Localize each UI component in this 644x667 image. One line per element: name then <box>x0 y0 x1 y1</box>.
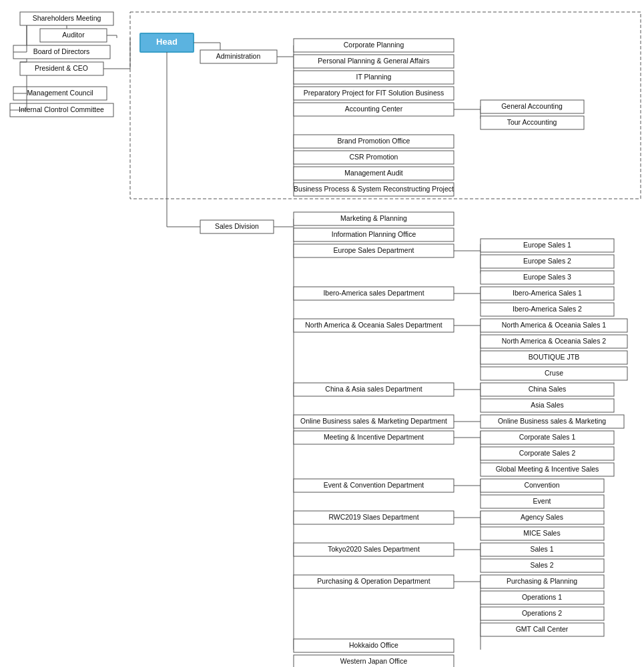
hokkaido-label: Hokkaido Office <box>349 641 398 649</box>
sales1-label: Sales 1 <box>530 545 553 553</box>
accounting-center-label: Accounting Center <box>345 105 403 113</box>
org-chart: .svg-box { fill: white; stroke: #555; st… <box>0 0 644 667</box>
online-sales-label: Online Business sales & Marketing <box>498 417 606 425</box>
internal-control-label: Internal Clontrol Committee <box>19 105 104 113</box>
agency-sales-label: Agency Sales <box>521 513 563 521</box>
event-convention-dept-label: Event & Convention Department <box>324 481 424 489</box>
china-sales-label: China Sales <box>529 385 567 393</box>
operations2-label: Operations 2 <box>522 609 562 617</box>
event-label: Event <box>533 497 551 505</box>
western-japan-label: Western Japan Office <box>340 657 408 665</box>
purchasing-planning-label: Purchasing & Planning <box>507 577 577 585</box>
northam1-label: North America & Oceania Sales 1 <box>502 321 607 329</box>
europe3-label: Europe Sales 3 <box>523 273 571 281</box>
europe1-label: Europe Sales 1 <box>523 241 571 249</box>
gmt-call-label: GMT Call Center <box>516 625 569 633</box>
president-label: President & CEO <box>35 64 88 72</box>
general-accounting-label: General Accounting <box>501 102 563 110</box>
corporate-planning-label: Corporate Planning <box>344 41 404 49</box>
purchasing-dept-label: Purchasing & Operation Department <box>317 577 430 585</box>
marketing-planning-label: Marketing & Planning <box>340 214 407 222</box>
board-label: Board of Directors <box>33 47 90 55</box>
meeting-dept-label: Meeting & Incentive Department <box>324 433 424 441</box>
sales2-label: Sales 2 <box>530 561 553 569</box>
shareholders-label: Shareholders Meeting <box>33 14 101 22</box>
boutique-label: BOUTIQUE JTB <box>529 353 579 361</box>
ibero-dept-label: Ibero-America sales Department <box>323 289 424 297</box>
tour-accounting-label: Tour Accounting <box>507 118 557 126</box>
northam2-label: North America & Oceania Sales 2 <box>502 337 607 345</box>
cruse-label: Cruse <box>545 369 563 377</box>
convention-label: Convention <box>524 481 559 489</box>
asia-sales-label: Asia Sales <box>531 401 564 409</box>
ibero2-label: Ibero-America Sales 2 <box>513 305 582 313</box>
csr-promotion-label: CSR Promotion <box>350 153 398 161</box>
northam-dept-label: North America & Oceania Sales Department <box>305 321 442 329</box>
global-meeting-label: Global Meeting & Incentive Sales <box>496 465 599 473</box>
info-planning-label: Information Planning Office <box>332 230 416 238</box>
sales-division-label: Sales Division <box>215 222 259 230</box>
mice-sales-label: MICE Sales <box>523 529 560 537</box>
operations1-label: Operations 1 <box>522 593 562 601</box>
mgmt-council-label: Management Council <box>27 89 93 97</box>
tokyo-dept-label: Tokyo2020 Sales Department <box>328 545 420 553</box>
corp-sales2-label: Corporate Sales 2 <box>519 449 576 457</box>
ibero1-label: Ibero-America Sales 1 <box>513 289 582 297</box>
preparatory-label: Preparatory Project for FIT Solution Bus… <box>304 89 444 97</box>
europe2-label: Europe Sales 2 <box>523 257 571 265</box>
business-process-label: Business Process & System Reconstructing… <box>294 185 454 193</box>
personal-planning-label: Personal Planning & General Affairs <box>318 57 429 65</box>
online-dept-label: Online Business sales & Marketing Depart… <box>300 417 447 425</box>
it-planning-label: IT Planning <box>356 73 392 81</box>
head-label: Head <box>156 37 178 47</box>
europe-dept-label: Europe Sales Department <box>334 246 414 254</box>
org-chart-svg: .svg-box { fill: white; stroke: #555; st… <box>7 7 644 667</box>
auditor-label: Auditor <box>62 31 85 39</box>
china-dept-label: China & Asia sales Department <box>325 385 422 393</box>
rwc-dept-label: RWC2019 Slaes Department <box>328 513 418 521</box>
brand-promotion-label: Brand Promotion Office <box>338 137 410 145</box>
administration-label: Administration <box>216 52 261 60</box>
management-audit-label: Management Audit <box>344 169 403 177</box>
corp-sales1-label: Corporate Sales 1 <box>519 433 576 441</box>
